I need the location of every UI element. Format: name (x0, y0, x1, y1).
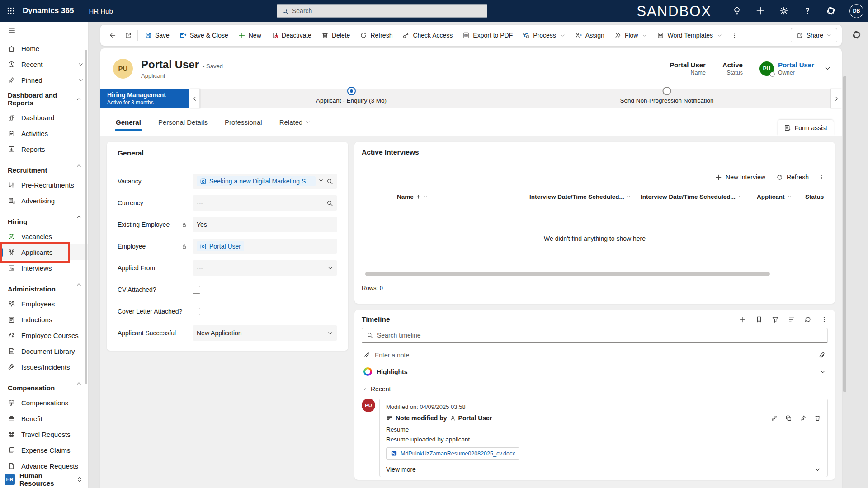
delete-note-icon[interactable] (814, 415, 821, 422)
cover-letter-attached-checkbox[interactable] (193, 308, 200, 315)
note-view-more[interactable]: View more (386, 466, 821, 473)
column-header-status[interactable]: Status (805, 193, 825, 200)
timeline-sort-icon[interactable] (788, 316, 795, 323)
column-header-interview-date-time-scheduled[interactable]: Interview Date/Time Scheduled... (641, 193, 757, 200)
vacancy-lookup-field[interactable]: Seeking a new Digital Marketing Spe... (193, 174, 337, 189)
sidebar-item-inductions[interactable]: Inductions (0, 312, 88, 328)
timeline-add-icon[interactable] (739, 316, 746, 323)
pin-note-icon[interactable] (800, 415, 807, 422)
form-assist-button[interactable]: Form assist (778, 120, 834, 136)
employee-value-link[interactable]: Portal User (209, 243, 241, 250)
sidebar-item-employee-courses[interactable]: Employee Courses (0, 328, 88, 343)
add-icon[interactable] (755, 6, 765, 16)
cv-attached-checkbox[interactable] (193, 286, 200, 294)
note-content-box[interactable]: Modified on: 04/09/2025 03:58 Note modif… (379, 399, 828, 477)
owner-link[interactable]: Portal User (778, 61, 814, 69)
command-assign-button[interactable]: Assign (570, 28, 609, 43)
currency-lookup-field[interactable]: --- (193, 195, 337, 211)
summary-owner[interactable]: PU Portal User Owner (760, 61, 814, 76)
tab-general[interactable]: General (109, 115, 147, 130)
help-icon[interactable] (802, 6, 812, 16)
refresh-subgrid-button[interactable]: Refresh (772, 170, 813, 184)
command-deactivate-button[interactable]: Deactivate (266, 28, 316, 43)
vacancy-value-link[interactable]: Seeking a new Digital Marketing Spe... (209, 178, 312, 185)
command-process-button[interactable]: Process (518, 28, 570, 43)
form-vertical-scrollbar[interactable] (843, 76, 846, 392)
bpf-stage-send-non-progression-notification[interactable]: Send Non-Progression Notification (620, 89, 713, 104)
waffle-menu-icon[interactable] (0, 0, 22, 22)
sidebar-item-interviews[interactable]: Interviews (0, 260, 88, 276)
sidebar-group-recruitment[interactable]: Recruitment (0, 157, 88, 177)
attach-file-icon[interactable] (819, 352, 826, 359)
sidebar-item-recent[interactable]: Recent (0, 56, 88, 72)
command-delete-button[interactable]: Delete (316, 28, 355, 43)
command-word-templates-button[interactable]: Word Templates (652, 28, 727, 43)
timeline-highlights-row[interactable]: Highlights (362, 362, 828, 381)
lightbulb-icon[interactable] (732, 6, 742, 16)
sidebar-item-compensations[interactable]: Compensations (0, 395, 88, 411)
sidebar-item-activities[interactable]: Activities (0, 126, 88, 141)
sidebar-item-issues-incidents[interactable]: Issues/Incidents (0, 359, 88, 375)
back-button[interactable] (105, 28, 120, 43)
command-new-button[interactable]: New (233, 28, 266, 43)
open-in-new-window-button[interactable] (120, 28, 136, 43)
sidebar-item-pinned[interactable]: Pinned (0, 72, 88, 88)
command-save-button[interactable]: Save (140, 28, 175, 43)
command-refresh-button[interactable]: Refresh (355, 28, 397, 43)
sidebar-item-reports[interactable]: Reports (0, 141, 88, 157)
settings-gear-icon[interactable] (779, 6, 789, 16)
global-search-input[interactable]: Search (277, 4, 487, 18)
more-commands-button[interactable] (727, 28, 742, 43)
note-author-link[interactable]: Portal User (458, 414, 492, 422)
tab-related[interactable]: Related (273, 115, 317, 130)
note-attachment-chip[interactable]: MdPulokUzZamanResume02082025_cv.docx (386, 447, 519, 460)
sidebar-item-expense-claims[interactable]: Expense Claims (0, 442, 88, 458)
lookup-search-icon[interactable] (326, 178, 333, 185)
command-export-to-pdf-button[interactable]: PDFExport to PDF (458, 28, 518, 43)
bpf-active-stage-box[interactable]: Hiring Management Active for 3 months (100, 89, 189, 108)
timeline-note-input[interactable]: Enter a note... (362, 348, 828, 362)
copilot-icon[interactable] (826, 6, 836, 16)
sidebar-item-benefit[interactable]: Benefit (0, 411, 88, 427)
share-button[interactable]: Share (791, 28, 837, 42)
bpf-collapse-button[interactable] (189, 89, 200, 108)
column-header-name[interactable]: Name (397, 193, 529, 200)
applied-from-select-field[interactable]: --- (193, 260, 337, 276)
bpf-stage-applicant-enquiry-3-mo[interactable]: Applicant - Enquiry (3 Mo) (316, 89, 387, 104)
sidebar-group-hiring[interactable]: Hiring (0, 209, 88, 229)
sidebar-item-home[interactable]: Home (0, 41, 88, 56)
sidebar-scrollbar[interactable] (85, 50, 87, 384)
clear-value-icon[interactable] (318, 178, 324, 184)
timeline-search-input[interactable]: Search timeline (362, 328, 828, 343)
lookup-search-icon[interactable] (326, 200, 333, 206)
copy-note-icon[interactable] (785, 415, 792, 422)
highlights-expand-chevron-icon[interactable] (820, 369, 826, 375)
sidebar-item-employees[interactable]: Employees (0, 296, 88, 312)
copilot-panel-icon[interactable] (852, 30, 862, 40)
timeline-bookmark-icon[interactable] (755, 316, 763, 323)
sidebar-group-dashboard-and-reports[interactable]: Dashboard and Reports (0, 88, 88, 110)
command-save-close-button[interactable]: Save & Close (175, 28, 233, 43)
sidebar-item-advance-requests[interactable]: Advance Requests (0, 458, 88, 470)
app-title[interactable]: Dynamics 365 (23, 6, 74, 15)
applicant-successful-select-field[interactable]: New Application (193, 325, 337, 341)
sidebar-collapse-button[interactable] (0, 22, 88, 39)
command-check-access-button[interactable]: Check Access (397, 28, 458, 43)
sidebar-item-advertising[interactable]: Advertising (0, 193, 88, 209)
app-area-name[interactable]: HR Hub (89, 7, 113, 15)
column-header-interview-date-time-scheduled[interactable]: Interview Date/Time Scheduled... (529, 193, 641, 200)
header-expand-chevron-icon[interactable] (824, 65, 831, 72)
subgrid-more-button[interactable] (815, 171, 828, 183)
sidebar-group-compensation[interactable]: Compensation (0, 375, 88, 395)
tab-personal-details[interactable]: Personal Details (152, 115, 214, 130)
area-switcher[interactable]: HR Human Resources (0, 470, 88, 488)
tab-professional[interactable]: Professional (218, 115, 269, 130)
sidebar-item-applicants[interactable]: Applicants (0, 244, 88, 260)
sidebar-group-administration[interactable]: Administration (0, 276, 88, 296)
edit-note-icon[interactable] (771, 415, 778, 422)
timeline-filter-icon[interactable] (772, 316, 779, 323)
timeline-recent-header[interactable]: Recent (362, 382, 828, 396)
sidebar-item-document-library[interactable]: Document Library (0, 343, 88, 359)
column-header-applicant[interactable]: Applicant (757, 193, 805, 200)
user-avatar[interactable]: DB (849, 4, 863, 18)
